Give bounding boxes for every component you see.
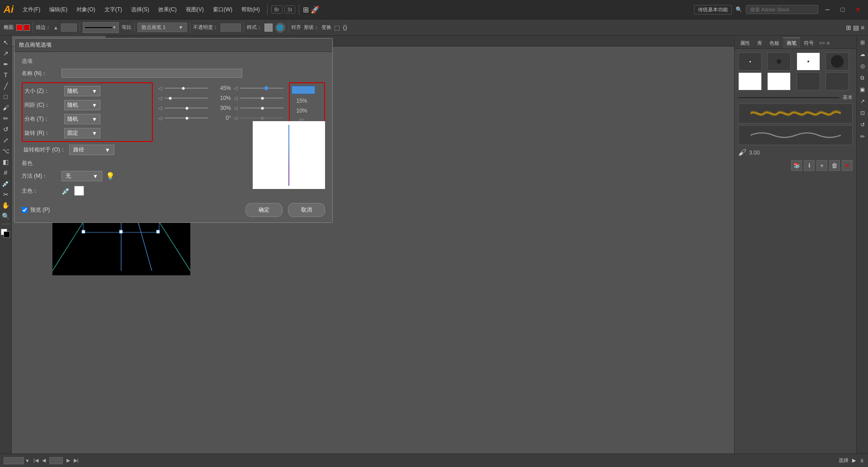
brush-cell-medium[interactable] (797, 52, 820, 71)
close-btn[interactable]: ✕ (852, 5, 864, 14)
stock-btn[interactable]: St (284, 5, 295, 14)
menu-effect[interactable]: 效果(C) (155, 4, 180, 15)
distort-icon[interactable]: ⟨⟩ (343, 24, 347, 31)
rocket-icon[interactable]: 🚀 (311, 5, 320, 14)
menu-window[interactable]: 窗口(W) (209, 4, 236, 15)
brush-close-btn[interactable]: ✕ (842, 160, 853, 171)
spacing-max-slider[interactable] (240, 98, 283, 99)
play-btn[interactable]: ▶ (852, 458, 856, 463)
cc-libraries-btn[interactable]: ☁ (858, 49, 868, 59)
texture-brush-cell[interactable] (738, 104, 853, 123)
panel-icon[interactable]: ▤ (853, 24, 859, 31)
menu-view[interactable]: 视图(V) (182, 4, 208, 15)
arrange-icon[interactable]: ⬚ (334, 24, 340, 31)
tab-swatches[interactable]: 色板 (766, 38, 783, 48)
method-dropdown[interactable]: 无 ▼ (61, 171, 102, 181)
grid-view-icon[interactable]: ⊞ (846, 24, 851, 31)
nav-next-next-btn[interactable]: ▶| (74, 458, 79, 463)
spacing-max-thumb[interactable] (261, 97, 264, 100)
artboards-btn[interactable]: ▣ (858, 85, 868, 94)
tab-brushes[interactable]: 画笔 (783, 38, 800, 48)
size-max-slider[interactable] (240, 88, 283, 89)
scatter-dropdown[interactable]: 随机 ▼ (64, 114, 100, 124)
brush-name-input[interactable]: 散点画笔 1 (61, 69, 242, 78)
brush-cell-dark2[interactable] (826, 72, 849, 90)
expand-icon[interactable]: ≡ (861, 24, 864, 31)
nav-prev-prev-btn[interactable]: |◀ (33, 458, 38, 463)
zoom-tool[interactable]: 🔍 (1, 211, 11, 221)
hand-tool[interactable]: ✋ (1, 200, 11, 210)
minimize-btn[interactable]: ─ (822, 5, 834, 14)
rotation-min-thumb[interactable] (185, 117, 189, 120)
stroke-up-arrow[interactable]: ▲ (53, 25, 58, 30)
fill-color-swatch[interactable] (24, 24, 30, 31)
transform-panel-btn[interactable]: ⊡ (858, 108, 868, 118)
export-btn[interactable]: ↗ (858, 96, 868, 106)
menu-select[interactable]: 选择(S) (127, 4, 153, 15)
brush-cell-large[interactable] (826, 52, 849, 71)
scatter-min-thumb[interactable] (185, 107, 189, 110)
pencil-panel-btn[interactable]: ✏ (858, 132, 868, 142)
rotation-max-thumb[interactable] (261, 117, 264, 120)
scatter-max-thumb[interactable] (261, 107, 264, 110)
spacing-min-slider[interactable] (165, 98, 208, 99)
tab-properties[interactable]: 属性 (736, 38, 754, 48)
menu-edit[interactable]: 编辑(E) (46, 4, 71, 15)
grid-icon[interactable]: ⊞ (303, 5, 309, 14)
brush-dropdown[interactable]: 散点画笔 1 ▼ (137, 23, 187, 32)
mesh-tool[interactable]: # (1, 168, 11, 178)
confirm-button[interactable]: 确定 (245, 203, 283, 217)
scissors-tool[interactable]: ✂ (1, 189, 11, 199)
rotation-dropdown[interactable]: 固定 ▼ (64, 128, 100, 138)
brush-cell-small[interactable] (767, 52, 791, 71)
brush-cell-white2[interactable] (767, 72, 791, 90)
properties-panel-btn[interactable]: ⊞ (858, 38, 868, 47)
appearance-btn[interactable]: ◎ (858, 61, 868, 71)
stroke-value-input[interactable]: 1 pt (61, 24, 77, 32)
maximize-btn[interactable]: □ (837, 5, 848, 14)
brush-cell-dark1[interactable] (797, 72, 820, 90)
size-max-input[interactable]: 60% (292, 86, 315, 94)
shape-tool[interactable]: □ (1, 92, 11, 102)
artboard-input[interactable]: 1 (49, 457, 63, 464)
brush-cell-tiny[interactable] (738, 52, 762, 71)
wavy-brush-cell[interactable] (738, 125, 853, 145)
nav-next-btn[interactable]: ▶ (66, 458, 70, 463)
scale-tool[interactable]: ⤢ (1, 135, 11, 145)
brush-tool[interactable]: 🖌 (1, 103, 11, 113)
pencil-tool[interactable]: ✏ (1, 113, 11, 123)
menu-text[interactable]: 文字(T) (101, 4, 126, 15)
rotate-tool[interactable]: ↺ (1, 124, 11, 134)
blend-tool[interactable]: ⌥ (1, 146, 11, 156)
select-tool[interactable]: ↖ (1, 38, 11, 47)
size-min-thumb[interactable] (182, 87, 185, 90)
profile-dropdown[interactable]: 传统基本功能 (694, 5, 732, 14)
size-max-thumb[interactable] (264, 86, 269, 90)
type-tool[interactable]: T (1, 70, 11, 80)
scatter-max-slider[interactable] (240, 108, 283, 108)
brush-delete-btn[interactable]: 🗑 (829, 160, 840, 171)
tab-library[interactable]: 库 (754, 38, 766, 48)
size-min-slider[interactable] (165, 88, 208, 89)
stroke-box[interactable] (4, 231, 10, 238)
layers-btn[interactable]: ⧉ (858, 73, 868, 83)
hint-icon[interactable]: 💡 (106, 172, 115, 180)
preview-checkbox[interactable] (22, 207, 28, 213)
spacing-dropdown[interactable]: 随机 ▼ (64, 100, 100, 110)
zoom-input[interactable]: 50% (4, 457, 24, 464)
brush-new-btn[interactable]: + (816, 160, 827, 171)
eyedropper-tool[interactable]: 💉 (1, 179, 11, 189)
zoom-dropdown-arrow[interactable]: ▼ (25, 458, 30, 463)
search-input[interactable] (746, 5, 818, 14)
scatter-min-slider[interactable] (165, 108, 208, 108)
stroke-style-dropdown[interactable]: ▼ (83, 22, 119, 33)
style-swatch[interactable] (264, 24, 273, 32)
brush-library-btn[interactable]: 📚 (791, 160, 802, 171)
stop-btn[interactable]: ⏸ (859, 458, 864, 463)
globe-btn[interactable]: 🌐 (275, 23, 285, 33)
fill-stroke-widget[interactable] (1, 229, 11, 239)
pen-tool[interactable]: ✒ (1, 59, 11, 69)
gradient-tool[interactable]: ◧ (1, 157, 11, 167)
line-tool[interactable]: ╱ (1, 81, 11, 91)
rotation-relative-dropdown[interactable]: 路径 ▼ (69, 145, 114, 155)
